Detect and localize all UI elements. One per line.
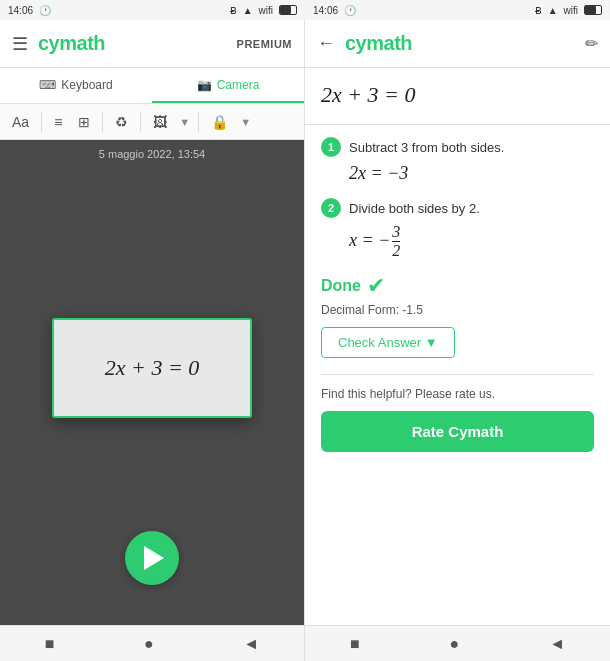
fraction-denominator: 2 — [392, 242, 400, 259]
step-description-1: Subtract 3 from both sides. — [349, 140, 504, 155]
fraction-numerator: 3 — [392, 224, 400, 242]
step-description-2: Divide both sides by 2. — [349, 201, 480, 216]
main-equation: 2x + 3 = 0 — [321, 82, 594, 108]
nav-stop-icon-right[interactable]: ■ — [350, 635, 360, 653]
keyboard-icon: ⌨ — [39, 78, 56, 92]
tabs-bar: ⌨ Keyboard 📷 Camera — [0, 68, 304, 104]
camera-paper: 2x + 3 = 0 — [52, 318, 252, 418]
share-icon[interactable]: ♻ — [111, 112, 132, 132]
toolbar-sep-2 — [102, 112, 103, 132]
camera-equation: 2x + 3 = 0 — [105, 355, 199, 381]
status-bar-right: 14:06 🕐 Ƀ ▲ wifi — [305, 0, 610, 20]
bluetooth-icon: Ƀ — [230, 5, 237, 16]
step-result-1: 2x = −3 — [349, 163, 594, 184]
back-arrow-icon[interactable]: ← — [317, 33, 335, 54]
tab-camera[interactable]: 📷 Camera — [152, 68, 304, 103]
camera-tab-icon: 📷 — [197, 78, 212, 92]
step-1: 1 Subtract 3 from both sides. 2x = −3 — [321, 137, 594, 184]
play-icon — [144, 546, 164, 570]
nav-back-icon-right[interactable]: ◄ — [549, 635, 565, 653]
alarm-icon: 🕐 — [39, 5, 51, 16]
lock-dropdown-icon[interactable]: ▼ — [240, 116, 251, 128]
step-result-2: x = − 3 2 — [349, 224, 594, 259]
tab-keyboard[interactable]: ⌨ Keyboard — [0, 68, 152, 103]
nav-back-icon[interactable]: ◄ — [243, 635, 259, 653]
logo-left: cymath — [38, 32, 237, 55]
lock-icon[interactable]: 🔒 — [207, 112, 232, 132]
battery-icon-right — [584, 5, 602, 15]
logo-right: cymath — [345, 32, 585, 55]
image-icon[interactable]: 🖼 — [149, 112, 171, 132]
right-header: ← cymath ✏ — [305, 20, 610, 68]
left-header: ☰ cymath PREMIUM — [0, 20, 304, 68]
wifi-icon-right: wifi — [564, 5, 578, 16]
alarm-icon-right: 🕐 — [344, 5, 356, 16]
divider-1 — [305, 124, 610, 125]
time-left: 14:06 — [8, 5, 33, 16]
nav-home-icon[interactable]: ● — [144, 635, 154, 653]
premium-badge: PREMIUM — [237, 38, 292, 50]
font-button[interactable]: Aa — [8, 112, 33, 132]
step-2: 2 Divide both sides by 2. x = − 3 2 — [321, 198, 594, 259]
battery-icon — [279, 5, 297, 15]
done-label: Done — [321, 277, 361, 295]
signal-icon-right: ▲ — [548, 5, 558, 16]
rate-button[interactable]: Rate Cymath — [321, 411, 594, 452]
play-button[interactable] — [125, 531, 179, 585]
image-dropdown-icon[interactable]: ▼ — [179, 116, 190, 128]
bluetooth-icon-right: Ƀ — [535, 5, 542, 16]
signal-icon: ▲ — [243, 5, 253, 16]
toolbar-sep-3 — [140, 112, 141, 132]
edit-icon[interactable]: ✏ — [585, 34, 598, 53]
nav-stop-icon[interactable]: ■ — [45, 635, 55, 653]
time-right: 14:06 — [313, 5, 338, 16]
date-label: 5 maggio 2022, 13:54 — [99, 148, 205, 160]
list-icon[interactable]: ≡ — [50, 112, 66, 132]
wifi-icon: wifi — [259, 5, 273, 16]
menu-icon[interactable]: ☰ — [12, 33, 28, 55]
step-number-1: 1 — [321, 137, 341, 157]
check-answer-button[interactable]: Check Answer ▼ — [321, 327, 455, 358]
solution-area: 2x + 3 = 0 1 Subtract 3 from both sides.… — [305, 68, 610, 625]
toolbar-sep-4 — [198, 112, 199, 132]
bottom-nav-left: ■ ● ◄ — [0, 625, 304, 661]
toolbar-sep-1 — [41, 112, 42, 132]
bottom-nav-right: ■ ● ◄ — [305, 625, 610, 661]
decimal-form: Decimal Form: -1.5 — [321, 303, 594, 317]
fraction: 3 2 — [392, 224, 400, 259]
checkmark-icon: ✔ — [367, 273, 385, 299]
helpful-section: Find this helpful? Please rate us. Rate … — [321, 374, 594, 452]
done-section: Done ✔ — [321, 273, 594, 299]
camera-view: 5 maggio 2022, 13:54 2x + 3 = 0 — [0, 140, 304, 625]
nav-home-icon-right[interactable]: ● — [450, 635, 460, 653]
helpful-text: Find this helpful? Please rate us. — [321, 387, 594, 401]
toolbar: Aa ≡ ⊞ ♻ 🖼 ▼ 🔒 ▼ — [0, 104, 304, 140]
step-number-2: 2 — [321, 198, 341, 218]
status-bar-left: 14:06 🕐 Ƀ ▲ wifi — [0, 0, 305, 20]
table-icon[interactable]: ⊞ — [74, 112, 94, 132]
